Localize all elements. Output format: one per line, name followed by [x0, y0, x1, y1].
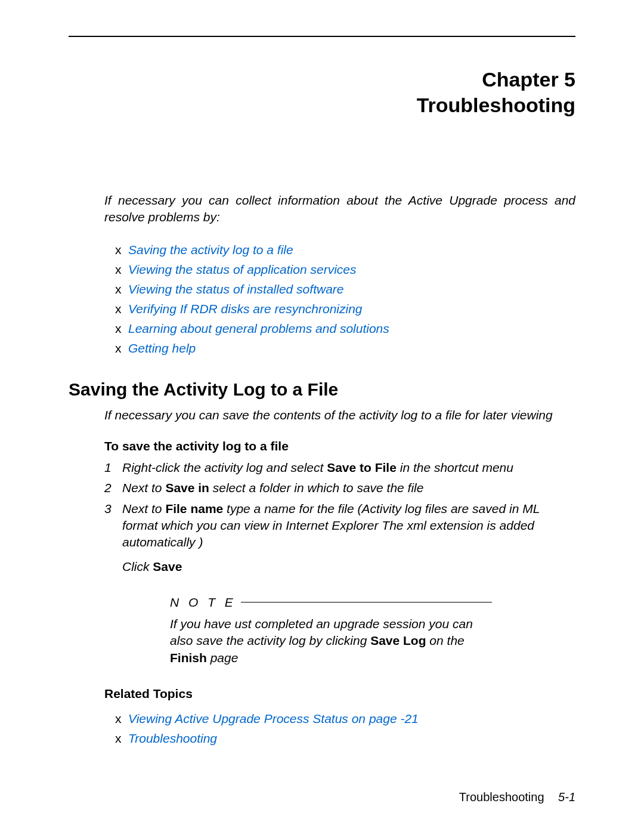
link-app-services[interactable]: Viewing the status of application servic…: [128, 262, 357, 276]
link-saving-log[interactable]: Saving the activity log to a file: [128, 243, 293, 257]
chapter-number: Chapter 5: [69, 67, 575, 92]
bullet-icon: x: [115, 302, 128, 316]
related-link-list: xViewing Active Upgrade Process Status o…: [115, 712, 575, 746]
step-item: 1 Right-click the activity log and selec…: [104, 459, 575, 476]
bullet-icon: x: [115, 243, 128, 257]
link-rdr-disks[interactable]: Verifying If RDR disks are resynchronizi…: [128, 302, 363, 316]
step-item: 2 Next to Save in select a folder in whi…: [104, 480, 575, 496]
bullet-icon: x: [115, 262, 128, 277]
list-item: xVerifying If RDR disks are resynchroniz…: [115, 302, 575, 316]
click-save-line: Click Save: [122, 560, 575, 574]
note-label: N O T E: [170, 594, 241, 611]
link-installed-software[interactable]: Viewing the status of installed software: [128, 282, 343, 296]
header-rule: [69, 36, 575, 37]
topic-link-list: xSaving the activity log to a file xView…: [115, 243, 575, 356]
list-item: xTroubleshooting: [115, 731, 575, 746]
link-general-problems[interactable]: Learning about general problems and solu…: [128, 322, 389, 335]
note-block: N O T E If you have ust completed an upg…: [170, 594, 492, 666]
section-intro: If necessary you can save the contents o…: [104, 407, 575, 424]
procedure-steps: 1 Right-click the activity log and selec…: [104, 459, 575, 551]
note-body: If you have ust completed an upgrade ses…: [170, 616, 492, 666]
list-item: xViewing the status of installed softwar…: [115, 282, 575, 296]
chapter-title: Troubleshooting: [69, 92, 575, 118]
step-item: 3 Next to File name type a name for the …: [104, 500, 575, 551]
page-footer: Troubleshooting 5-1: [459, 790, 575, 804]
list-item: xLearning about general problems and sol…: [115, 322, 575, 336]
bullet-icon: x: [115, 341, 128, 356]
intro-paragraph: If necessary you can collect information…: [104, 192, 575, 226]
list-item: xGetting help: [115, 341, 575, 356]
step-text: Next to Save in select a folder in which…: [122, 480, 575, 496]
chapter-heading: Chapter 5 Troubleshooting: [69, 67, 575, 118]
step-text: Next to File name type a name for the fi…: [122, 500, 575, 551]
step-text: Right-click the activity log and select …: [122, 459, 575, 476]
bullet-icon: x: [115, 322, 128, 336]
link-getting-help[interactable]: Getting help: [128, 341, 196, 355]
step-number: 1: [104, 459, 122, 476]
related-topics-heading: Related Topics: [104, 687, 575, 701]
note-header: N O T E: [170, 594, 492, 611]
bullet-icon: x: [115, 712, 128, 726]
procedure-title: To save the activity log to a file: [104, 439, 575, 453]
step-number: 3: [104, 500, 122, 551]
section-heading: Saving the Activity Log to a File: [69, 379, 575, 400]
page-number: 5-1: [558, 790, 575, 804]
link-process-status[interactable]: Viewing Active Upgrade Process Status on…: [128, 712, 419, 725]
bullet-icon: x: [115, 731, 128, 746]
note-rule: [241, 602, 492, 603]
bullet-icon: x: [115, 282, 128, 296]
list-item: xSaving the activity log to a file: [115, 243, 575, 257]
list-item: xViewing the status of application servi…: [115, 262, 575, 277]
link-troubleshooting[interactable]: Troubleshooting: [128, 731, 217, 745]
list-item: xViewing Active Upgrade Process Status o…: [115, 712, 575, 726]
footer-title: Troubleshooting: [459, 790, 544, 804]
step-number: 2: [104, 480, 122, 496]
